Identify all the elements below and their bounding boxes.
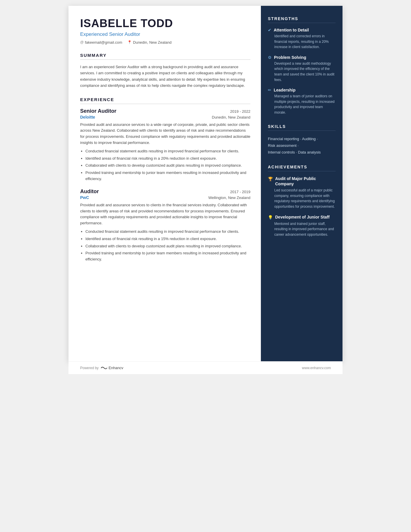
job-2-company-row: PwC Wellington, New Zealand <box>80 195 250 200</box>
summary-title: SUMMARY <box>80 53 250 58</box>
job-2: Auditor 2017 - 2019 PwC Wellington, New … <box>80 189 250 263</box>
summary-section: SUMMARY I am an experienced Senior Audit… <box>80 53 250 89</box>
candidate-title: Experienced Senior Auditor <box>80 31 250 37</box>
location-value: Dunedin, New Zealand <box>133 40 171 45</box>
achievements-divider <box>268 171 336 171</box>
job-1-company-row: Deloitte Dunedin, New Zealand <box>80 115 250 119</box>
job-1-location: Dunedin, New Zealand <box>212 115 250 119</box>
job-2-company: PwC <box>80 195 89 200</box>
job-2-location: Wellington, New Zealand <box>208 195 250 200</box>
footer-website: www.enhancv.com <box>302 366 331 370</box>
strengths-title: STRENGTHS <box>268 16 336 21</box>
strengths-section: STRENGTHS ✔ Attention to Detail Identifi… <box>268 16 336 115</box>
skills-line-3: Internal controls · Data analysis <box>268 149 336 156</box>
job-2-title: Auditor <box>80 189 99 195</box>
strength-1-name: Attention to Detail <box>274 28 309 32</box>
achievement-1-header: 🏆 Audit of Major Public Company <box>268 176 336 186</box>
footer-left: Powered by Enhancv <box>80 366 123 370</box>
achievement-1-desc: Led successful audit of a major public c… <box>268 188 336 209</box>
location-icon: 📍 <box>127 40 132 44</box>
summary-text: I am an experienced Senior Auditor with … <box>80 64 250 89</box>
skills-divider <box>268 131 336 131</box>
job-1-date: 2019 - 2022 <box>230 109 250 114</box>
job-2-bullet-2: Identified areas of financial risk resul… <box>85 236 250 242</box>
experience-title: EXPERIENCE <box>80 97 250 102</box>
powered-by-label: Powered by <box>80 366 99 370</box>
job-1-title: Senior Auditor <box>80 108 116 114</box>
resume-header: ISABELLE TODD Experienced Senior Auditor… <box>80 17 250 45</box>
location-contact: 📍 Dunedin, New Zealand <box>127 40 171 45</box>
page-footer: Powered by Enhancv www.enhancv.com <box>68 361 342 374</box>
job-2-date: 2017 - 2019 <box>230 190 250 194</box>
achievement-2-header: 💡 Development of Junior Staff <box>268 214 336 220</box>
achievement-2: 💡 Development of Junior Staff Mentored a… <box>268 214 336 237</box>
gear-icon: ⚙ <box>268 55 272 60</box>
job-1-bullet-2: Identified areas of financial risk resul… <box>85 156 250 162</box>
job-2-bullet-1: Conducted financial statement audits res… <box>85 229 250 235</box>
job-1-bullet-4: Provided training and mentorship to juni… <box>85 170 250 182</box>
job-1-bullet-1: Conducted financial statement audits res… <box>85 148 250 154</box>
job-2-header: Auditor 2017 - 2019 <box>80 189 250 195</box>
achievements-title: ACHIEVEMENTS <box>268 165 336 169</box>
strength-1: ✔ Attention to Detail Identified and cor… <box>268 28 336 50</box>
achievement-1: 🏆 Audit of Major Public Company Led succ… <box>268 176 336 209</box>
achievements-section: ACHIEVEMENTS 🏆 Audit of Major Public Com… <box>268 165 336 237</box>
job-1: Senior Auditor 2019 - 2022 Deloitte Dune… <box>80 108 250 182</box>
job-2-bullet-4: Provided training and mentorship to juni… <box>85 250 250 263</box>
skills-line-1: Financial reporting · Auditing · <box>268 135 336 142</box>
job-1-bullets: Conducted financial statement audits res… <box>85 148 250 182</box>
strength-1-desc: Identified and corrected errors in finan… <box>268 34 336 50</box>
job-1-company: Deloitte <box>80 115 95 119</box>
strength-2-name: Problem Solving <box>274 55 306 60</box>
summary-divider <box>80 59 250 60</box>
strength-2-header: ⚙ Problem Solving <box>268 55 336 60</box>
strength-3-name: Leadership <box>274 88 296 92</box>
job-1-bullet-3: Collaborated with clients to develop cus… <box>85 163 250 169</box>
email-contact: @ fakeemail@gmail.com <box>80 40 122 45</box>
strength-3: ✏ Leadership Managed a team of junior au… <box>268 88 336 115</box>
job-2-bullet-3: Collaborated with clients to develop cus… <box>85 243 250 249</box>
trophy-icon: 🏆 <box>268 177 273 181</box>
achievement-2-name: Development of Junior Staff <box>275 214 330 220</box>
bulb-icon: 💡 <box>268 215 273 220</box>
job-2-desc: Provided audit and assurance services to… <box>80 202 250 226</box>
strength-2: ⚙ Problem Solving Developed a new audit … <box>268 55 336 82</box>
experience-divider <box>80 104 250 104</box>
strengths-divider <box>268 23 336 23</box>
strength-3-header: ✏ Leadership <box>268 88 336 92</box>
brand-name: Enhancv <box>108 366 123 370</box>
skills-list: Financial reporting · Auditing · Risk as… <box>268 135 336 156</box>
achievement-2-desc: Mentored and trained junior staff, resul… <box>268 221 336 237</box>
strength-2-desc: Developed a new audit methodology which … <box>268 61 336 82</box>
strength-3-desc: Managed a team of junior auditors on mul… <box>268 94 336 115</box>
achievement-1-name: Audit of Major Public Company <box>275 176 336 186</box>
job-1-header: Senior Auditor 2019 - 2022 <box>80 108 250 114</box>
email-value: fakeemail@gmail.com <box>85 40 122 45</box>
contact-row: @ fakeemail@gmail.com 📍 Dunedin, New Zea… <box>80 40 250 45</box>
skills-title: SKILLS <box>268 124 336 129</box>
checkmark-icon: ✔ <box>268 28 271 32</box>
skills-section: SKILLS Financial reporting · Auditing · … <box>268 124 336 156</box>
skills-line-2: Risk assessment · <box>268 142 336 149</box>
email-icon: @ <box>80 40 84 44</box>
job-2-bullets: Conducted financial statement audits res… <box>85 229 250 263</box>
enhancv-logo: Enhancv <box>101 366 123 370</box>
pencil-icon: ✏ <box>268 88 271 92</box>
candidate-name: ISABELLE TODD <box>80 17 250 30</box>
experience-section: EXPERIENCE Senior Auditor 2019 - 2022 De… <box>80 97 250 263</box>
strength-1-header: ✔ Attention to Detail <box>268 28 336 32</box>
job-1-desc: Provided audit and assurance services to… <box>80 122 250 146</box>
enhancv-logo-icon <box>101 366 107 370</box>
